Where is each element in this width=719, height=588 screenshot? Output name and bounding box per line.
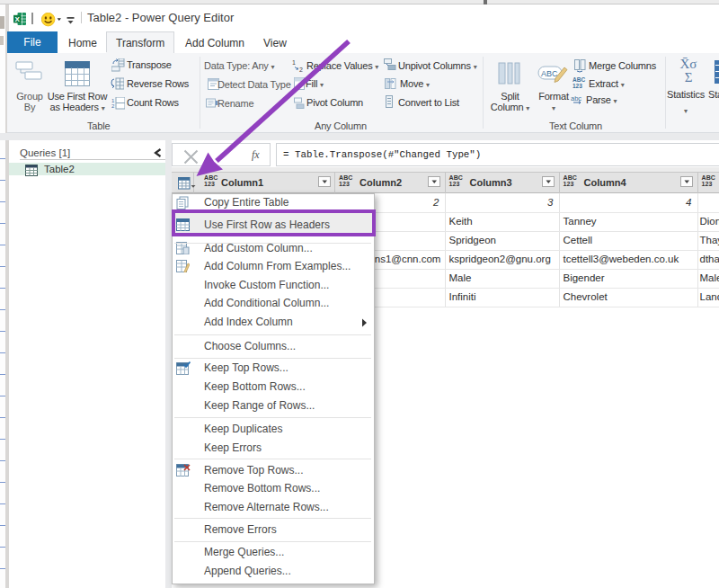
- svg-text:ABC: ABC: [541, 69, 558, 78]
- svg-text:X: X: [14, 14, 20, 22]
- svg-text:2: 2: [111, 103, 115, 109]
- svg-text:abc: abc: [571, 94, 581, 102]
- svg-text:1: 1: [292, 59, 296, 66]
- svg-text:2: 2: [299, 67, 303, 73]
